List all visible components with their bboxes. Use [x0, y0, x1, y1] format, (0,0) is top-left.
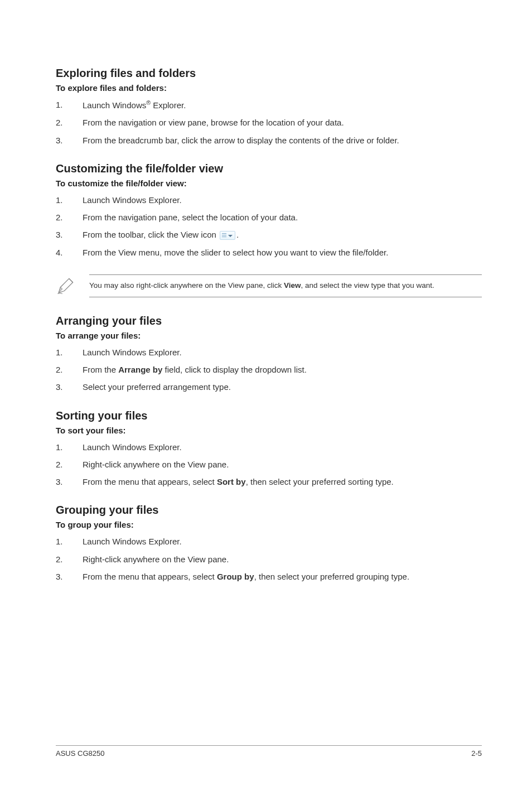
item-number: 1. — [56, 535, 83, 548]
item-text: Launch Windows Explorer. — [83, 346, 482, 359]
list-exploring: 1. Launch Windows® Explorer. 2. From the… — [56, 98, 482, 147]
section-exploring: Exploring files and folders To explore f… — [56, 67, 482, 147]
heading-arranging: Arranging your files — [56, 315, 482, 327]
item-number: 1. — [56, 346, 83, 359]
item-text: Launch Windows® Explorer. — [83, 98, 482, 112]
note-text: You may also right-click anywhere on the… — [89, 274, 482, 297]
subheading-arranging: To arrange your files: — [56, 331, 482, 340]
list-item: 3. Select your preferred arrangement typ… — [56, 380, 482, 393]
subheading-sorting: To sort your files: — [56, 426, 482, 435]
footer-left: ASUS CG8250 — [56, 749, 104, 758]
list-item: 3. From the breadcrumb bar, click the ar… — [56, 134, 482, 147]
list-item: 1. Launch Windows Explorer. — [56, 194, 482, 206]
list-item: 1. Launch Windows® Explorer. — [56, 98, 482, 112]
subheading-exploring: To explore files and folders: — [56, 83, 482, 93]
item-number: 2. — [56, 458, 83, 471]
item-number: 3. — [56, 475, 83, 488]
view-dropdown-icon — [220, 231, 235, 240]
list-item: 2. Right-click anywhere on the View pane… — [56, 553, 482, 566]
subheading-grouping: To group your files: — [56, 520, 482, 529]
page-content: Exploring files and folders To explore f… — [0, 0, 532, 632]
registered-mark: ® — [146, 99, 151, 106]
section-sorting: Sorting your files To sort your files: 1… — [56, 409, 482, 489]
item-number: 2. — [56, 553, 83, 566]
item-number: 3. — [56, 228, 83, 241]
item-text: From the Arrange by field, click to disp… — [83, 363, 482, 376]
list-item: 2. From the navigation pane, select the … — [56, 211, 482, 224]
item-text: Launch Windows Explorer. — [83, 441, 482, 454]
note-bold: View — [284, 281, 301, 290]
item-number: 3. — [56, 380, 83, 393]
heading-grouping: Grouping your files — [56, 504, 482, 517]
bold-text: Arrange by — [118, 365, 162, 374]
list-item: 3. From the toolbar, click the View icon… — [56, 228, 482, 241]
list-item: 3. From the menu that appears, select So… — [56, 475, 482, 488]
list-item: 2. From the navigation or view pane, bro… — [56, 116, 482, 129]
item-text: Launch Windows Explorer. — [83, 535, 482, 548]
section-grouping: Grouping your files To group your files:… — [56, 504, 482, 583]
item-text: From the menu that appears, select Group… — [83, 570, 482, 583]
item-number: 2. — [56, 363, 83, 376]
item-text: From the breadcrumb bar, click the arrow… — [83, 134, 482, 147]
list-customizing: 1. Launch Windows Explorer. 2. From the … — [56, 194, 482, 259]
footer-page-number: 2-5 — [471, 749, 482, 758]
bold-text: Group by — [217, 572, 254, 581]
item-text: Select your preferred arrangement type. — [83, 380, 482, 393]
list-item: 1. Launch Windows Explorer. — [56, 346, 482, 359]
item-text: Right-click anywhere on the View pane. — [83, 458, 482, 471]
list-grouping: 1. Launch Windows Explorer. 2. Right-cli… — [56, 535, 482, 583]
item-number: 2. — [56, 116, 83, 129]
item-text: From the toolbar, click the View icon . — [83, 228, 482, 241]
pencil-icon — [56, 274, 89, 298]
item-text: From the menu that appears, select Sort … — [83, 475, 482, 488]
subheading-customizing: To customize the file/folder view: — [56, 179, 482, 188]
item-text: From the navigation or view pane, browse… — [83, 116, 482, 129]
note-box: You may also right-click anywhere on the… — [56, 274, 482, 298]
item-text: From the View menu, move the slider to s… — [83, 246, 482, 259]
item-number: 3. — [56, 570, 83, 583]
bold-text: Sort by — [217, 477, 246, 486]
section-customizing: Customizing the file/folder view To cust… — [56, 162, 482, 259]
item-number: 4. — [56, 246, 83, 259]
item-number: 1. — [56, 194, 83, 206]
list-item: 2. Right-click anywhere on the View pane… — [56, 458, 482, 471]
list-item: 1. Launch Windows Explorer. — [56, 441, 482, 454]
heading-sorting: Sorting your files — [56, 409, 482, 422]
item-text: Right-click anywhere on the View pane. — [83, 553, 482, 566]
item-number: 3. — [56, 134, 83, 147]
list-item: 2. From the Arrange by field, click to d… — [56, 363, 482, 376]
list-sorting: 1. Launch Windows Explorer. 2. Right-cli… — [56, 441, 482, 489]
section-arranging: Arranging your files To arrange your fil… — [56, 315, 482, 394]
heading-exploring: Exploring files and folders — [56, 67, 482, 80]
heading-customizing: Customizing the file/folder view — [56, 162, 482, 175]
item-number: 1. — [56, 98, 83, 112]
list-item: 3. From the menu that appears, select Gr… — [56, 570, 482, 583]
item-number: 2. — [56, 211, 83, 224]
item-number: 1. — [56, 441, 83, 454]
page-footer: ASUS CG8250 2-5 — [56, 745, 482, 758]
list-item: 4. From the View menu, move the slider t… — [56, 246, 482, 259]
svg-line-0 — [69, 278, 73, 282]
list-arranging: 1. Launch Windows Explorer. 2. From the … — [56, 346, 482, 394]
item-text: Launch Windows Explorer. — [83, 194, 482, 206]
item-text: From the navigation pane, select the loc… — [83, 211, 482, 224]
list-item: 1. Launch Windows Explorer. — [56, 535, 482, 548]
